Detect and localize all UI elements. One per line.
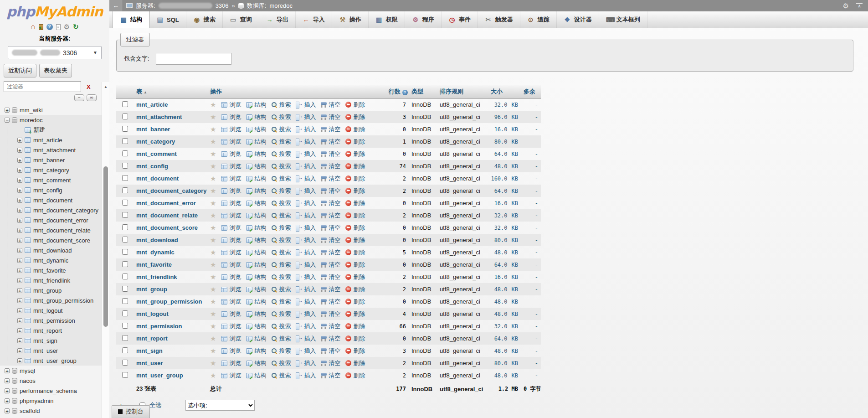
home-icon[interactable]: [31, 22, 35, 31]
tree-expander-icon[interactable]: +: [5, 408, 10, 413]
docs-icon[interactable]: [56, 24, 61, 30]
insert-action-link[interactable]: 插入: [296, 322, 316, 330]
drop-action-link[interactable]: 删除: [345, 298, 365, 306]
search-action-action-link[interactable]: 搜索: [271, 298, 291, 306]
tree-expander-icon[interactable]: +: [17, 208, 22, 213]
tree-item-mnt_banner[interactable]: + mnt_banner: [0, 155, 102, 165]
insert-action-link[interactable]: 插入: [296, 199, 316, 207]
row-checkbox[interactable]: [122, 175, 128, 181]
tree-item-新建[interactable]: 新建: [0, 125, 102, 135]
table-name-link[interactable]: mnt_document_score: [136, 224, 198, 231]
insert-action-link[interactable]: 插入: [296, 212, 316, 220]
favorite-star-icon[interactable]: [210, 261, 216, 269]
table-name-link[interactable]: mnt_friendlink: [136, 274, 177, 280]
empty-action-link[interactable]: 清空: [321, 150, 340, 158]
tree-expander-icon[interactable]: +: [17, 348, 22, 353]
row-checkbox[interactable]: [122, 335, 128, 341]
drop-action-link[interactable]: 删除: [345, 187, 365, 195]
favorite-star-icon[interactable]: [210, 310, 216, 318]
tree-expander-icon[interactable]: +: [5, 108, 10, 113]
empty-action-link[interactable]: 清空: [321, 113, 340, 121]
table-name-link[interactable]: mnt_user_group: [136, 372, 183, 379]
favorite-star-icon[interactable]: [210, 224, 216, 232]
table-name-link[interactable]: mnt_config: [136, 163, 168, 170]
nav-filter-input[interactable]: [4, 81, 81, 92]
browse-action-link[interactable]: 浏览: [221, 359, 241, 367]
tree-item-phpmyadmin[interactable]: + phpmyadmin: [0, 396, 109, 406]
search-action-action-link[interactable]: 搜索: [271, 138, 291, 146]
empty-action-link[interactable]: 清空: [321, 273, 340, 281]
favorite-star-icon[interactable]: [210, 175, 216, 183]
browse-action-link[interactable]: 浏览: [221, 335, 241, 343]
insert-action-link[interactable]: 插入: [296, 298, 316, 306]
favorite-star-icon[interactable]: [210, 162, 216, 170]
favorite-star-icon[interactable]: [210, 101, 216, 109]
structure-action-action-link[interactable]: 结构: [246, 101, 266, 109]
tab-import[interactable]: 导入: [296, 11, 332, 28]
favorite-star-icon[interactable]: [210, 335, 216, 343]
row-checkbox[interactable]: [122, 150, 128, 156]
table-name-link[interactable]: mnt_document: [136, 175, 179, 182]
tree-item-mnt_logout[interactable]: + mnt_logout: [0, 305, 102, 315]
tree-expander-icon[interactable]: +: [17, 178, 22, 183]
link-panels-button[interactable]: ∞: [87, 94, 97, 101]
tree-item-mysql[interactable]: + mysql: [0, 366, 109, 376]
browse-action-link[interactable]: 浏览: [221, 224, 241, 232]
header-overhead[interactable]: 多余: [521, 85, 541, 98]
favorite-star-icon[interactable]: [210, 150, 216, 158]
row-checkbox[interactable]: [122, 310, 128, 316]
tree-expander-icon[interactable]: +: [17, 188, 22, 193]
browse-action-link[interactable]: 浏览: [221, 101, 241, 109]
favorite-star-icon[interactable]: [210, 285, 216, 294]
table-name-link[interactable]: mnt_user: [136, 360, 163, 366]
empty-action-link[interactable]: 清空: [321, 322, 340, 330]
header-collation[interactable]: 排序规则: [437, 85, 488, 98]
tree-expander-icon[interactable]: +: [17, 358, 22, 363]
empty-action-link[interactable]: 清空: [321, 125, 340, 134]
search-action-action-link[interactable]: 搜索: [271, 285, 291, 294]
row-checkbox[interactable]: [122, 372, 128, 378]
drop-action-link[interactable]: 删除: [345, 113, 365, 121]
server-port[interactable]: 3306: [216, 2, 229, 9]
row-checkbox[interactable]: [122, 126, 128, 132]
tab-central-columns[interactable]: 文本框列: [599, 11, 647, 28]
tree-item-mnt_friendlink[interactable]: + mnt_friendlink: [0, 275, 102, 285]
table-name-link[interactable]: mnt_sign: [136, 347, 163, 354]
drop-action-link[interactable]: 删除: [345, 212, 365, 220]
insert-action-link[interactable]: 插入: [296, 187, 316, 195]
structure-action-action-link[interactable]: 结构: [246, 175, 266, 183]
empty-action-link[interactable]: 清空: [321, 285, 340, 294]
drop-action-link[interactable]: 删除: [345, 150, 365, 158]
insert-action-link[interactable]: 插入: [296, 335, 316, 343]
tree-expander-icon[interactable]: −: [5, 118, 10, 123]
tree-item-mnt_document_category[interactable]: + mnt_document_category: [0, 205, 102, 215]
browse-action-link[interactable]: 浏览: [221, 261, 241, 269]
tab-export[interactable]: 导出: [259, 11, 296, 28]
insert-action-link[interactable]: 插入: [296, 359, 316, 367]
row-checkbox[interactable]: [122, 138, 128, 144]
browse-action-link[interactable]: 浏览: [221, 175, 241, 183]
console-toggle[interactable]: 控制台: [112, 405, 150, 418]
collapse-all-button[interactable]: −: [74, 94, 84, 101]
drop-action-link[interactable]: 删除: [345, 261, 365, 269]
favorite-tables-button[interactable]: 表收藏夹: [39, 64, 72, 77]
structure-action-action-link[interactable]: 结构: [246, 125, 266, 134]
favorite-star-icon[interactable]: [210, 236, 216, 244]
browse-action-link[interactable]: 浏览: [221, 310, 241, 318]
tree-item-mnt_dynamic[interactable]: + mnt_dynamic: [0, 255, 102, 265]
tree-expander-icon[interactable]: +: [5, 368, 10, 373]
drop-action-link[interactable]: 删除: [345, 273, 365, 281]
structure-action-action-link[interactable]: 结构: [246, 322, 266, 330]
tab-operations[interactable]: 操作: [332, 11, 369, 28]
search-action-action-link[interactable]: 搜索: [271, 162, 291, 170]
help-icon[interactable]: [46, 24, 53, 30]
structure-action-action-link[interactable]: 结构: [246, 199, 266, 207]
browse-action-link[interactable]: 浏览: [221, 347, 241, 355]
row-checkbox[interactable]: [122, 187, 128, 193]
empty-action-link[interactable]: 清空: [321, 224, 340, 232]
search-action-action-link[interactable]: 搜索: [271, 273, 291, 281]
insert-action-link[interactable]: 插入: [296, 175, 316, 183]
browse-action-link[interactable]: 浏览: [221, 187, 241, 195]
structure-action-action-link[interactable]: 结构: [246, 162, 266, 170]
insert-action-link[interactable]: 插入: [296, 224, 316, 232]
